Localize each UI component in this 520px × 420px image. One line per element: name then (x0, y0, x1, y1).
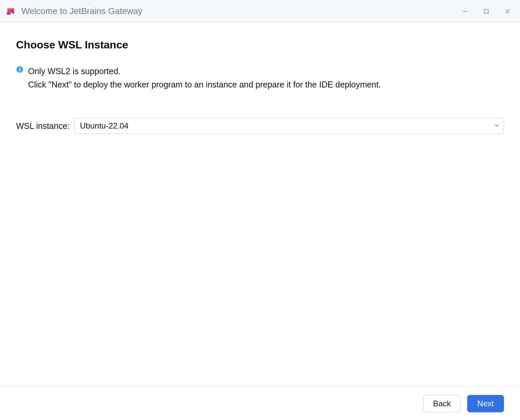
svg-rect-8 (19, 69, 20, 72)
info-line-2: Click "Next" to deploy the worker progra… (28, 78, 381, 91)
close-button[interactable] (505, 8, 511, 14)
svg-rect-3 (484, 9, 488, 13)
wsl-instance-select-wrap: Ubuntu-22.04 (74, 118, 504, 134)
next-button[interactable]: Next (467, 395, 504, 412)
svg-rect-1 (7, 13, 11, 15)
maximize-button[interactable] (483, 8, 489, 14)
back-button[interactable]: Back (423, 395, 461, 412)
wsl-instance-value: Ubuntu-22.04 (80, 121, 128, 131)
wsl-instance-label: WSL instance: (16, 121, 70, 131)
info-text: Only WSL2 is supported. Click "Next" to … (28, 64, 381, 91)
window-title: Welcome to JetBrains Gateway (21, 6, 462, 16)
footer: Back Next (0, 387, 520, 420)
minimize-button[interactable] (462, 8, 468, 14)
titlebar: Welcome to JetBrains Gateway (0, 0, 520, 23)
info-block: Only WSL2 is supported. Click "Next" to … (16, 64, 504, 91)
main-content: Choose WSL Instance Only WSL2 is support… (0, 23, 520, 387)
svg-point-7 (19, 67, 20, 68)
wsl-instance-row: WSL instance: Ubuntu-22.04 (16, 118, 504, 134)
window-controls (462, 8, 514, 14)
info-icon (16, 66, 23, 73)
app-icon (6, 7, 15, 16)
page-heading: Choose WSL Instance (16, 39, 504, 51)
wsl-instance-select[interactable]: Ubuntu-22.04 (74, 118, 504, 134)
info-line-1: Only WSL2 is supported. (28, 64, 381, 78)
